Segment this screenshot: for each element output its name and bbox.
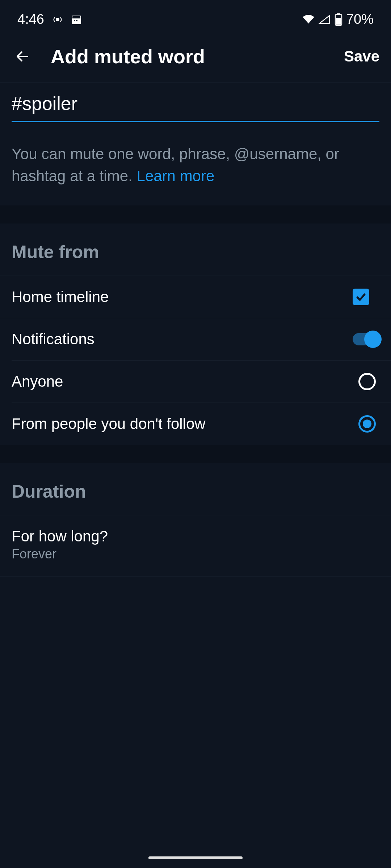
home-timeline-checkbox[interactable] (353, 289, 369, 305)
notifications-row[interactable]: Notifications (0, 318, 391, 360)
app-header: Add muted word Save (0, 34, 391, 82)
duration-row[interactable]: For how long? Forever (0, 515, 391, 576)
signal-icon (319, 14, 331, 25)
wifi-icon (302, 14, 315, 25)
section-divider (0, 445, 391, 463)
svg-rect-5 (76, 20, 77, 21)
status-right: 70% (302, 12, 374, 27)
not-follow-row[interactable]: From people you don't follow (12, 403, 391, 445)
gesture-bar (148, 856, 243, 859)
anyone-row[interactable]: Anyone (12, 360, 391, 403)
svg-rect-8 (336, 18, 341, 25)
battery-percent: 70% (346, 12, 374, 27)
page-title: Add muted word (51, 45, 327, 68)
section-divider (0, 205, 391, 224)
mute-from-header: Mute from (0, 224, 391, 276)
home-timeline-label: Home timeline (12, 288, 109, 306)
toggle-knob (364, 331, 382, 348)
not-follow-label: From people you don't follow (12, 415, 206, 433)
anyone-label: Anyone (12, 373, 63, 390)
status-time: 4:46 (17, 12, 44, 27)
status-left: 4:46 (17, 12, 82, 27)
home-timeline-row[interactable]: Home timeline (0, 276, 391, 318)
battery-icon (335, 13, 342, 26)
status-bar: 4:46 (0, 0, 391, 34)
anyone-radio[interactable] (358, 373, 376, 390)
save-button[interactable]: Save (344, 48, 379, 65)
duration-header: Duration (0, 463, 391, 515)
calendar-icon (71, 14, 82, 25)
notifications-toggle[interactable] (353, 333, 378, 345)
check-icon (355, 291, 367, 303)
arrow-left-icon (14, 48, 31, 65)
duration-value: Forever (12, 546, 379, 562)
not-follow-radio[interactable] (358, 415, 376, 433)
svg-rect-2 (72, 16, 81, 18)
back-button[interactable] (12, 46, 33, 67)
svg-point-0 (56, 18, 59, 21)
muted-word-input[interactable] (12, 88, 379, 122)
input-section: You can mute one word, phrase, @username… (0, 82, 391, 205)
notifications-label: Notifications (12, 331, 94, 348)
duration-label: For how long? (12, 528, 379, 545)
svg-rect-4 (74, 20, 75, 21)
hotspot-icon (52, 14, 63, 25)
input-help-text: You can mute one word, phrase, @username… (12, 143, 379, 187)
learn-more-link[interactable]: Learn more (137, 167, 215, 184)
